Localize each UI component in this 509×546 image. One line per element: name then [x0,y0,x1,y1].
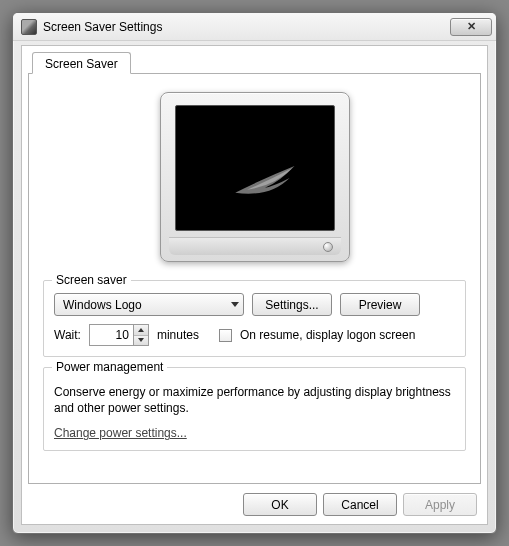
resume-label: On resume, display logon screen [240,328,415,342]
triangle-down-icon [138,338,144,342]
dialog-window: Screen Saver Settings ✕ Screen Saver [12,12,497,534]
wait-spin-up[interactable] [134,325,148,336]
change-power-settings-link[interactable]: Change power settings... [54,426,187,440]
cancel-button[interactable]: Cancel [323,493,397,516]
tab-screen-saver[interactable]: Screen Saver [32,52,131,74]
power-description: Conserve energy or maximize performance … [54,384,455,416]
preview-monitor-wrap [43,92,466,262]
power-group: Power management Conserve energy or maxi… [43,367,466,451]
triangle-up-icon [138,328,144,332]
screensaver-combo[interactable]: Windows Logo [54,293,244,316]
ok-button-label: OK [271,498,288,512]
preview-button-label: Preview [359,298,402,312]
wait-spinner [89,324,149,346]
wait-label: Wait: [54,328,81,342]
windows-logo-icon [176,106,334,230]
screensaver-group-title: Screen saver [52,273,131,287]
apply-button[interactable]: Apply [403,493,477,516]
wait-spin-down[interactable] [134,336,148,346]
client-area: Screen Saver [21,45,488,525]
monitor-chin [169,237,341,255]
wait-spin-buttons [133,324,149,346]
dialog-button-row: OK Cancel Apply [243,493,477,516]
monitor-power-icon [323,242,333,252]
settings-button[interactable]: Settings... [252,293,332,316]
screensaver-group: Screen saver Windows Logo Settings... Pr… [43,280,466,357]
wait-input[interactable] [89,324,133,346]
close-button[interactable]: ✕ [450,18,492,36]
apply-button-label: Apply [425,498,455,512]
titlebar[interactable]: Screen Saver Settings ✕ [13,13,496,41]
resume-checkbox[interactable] [219,329,232,342]
close-icon: ✕ [467,20,476,33]
preview-button[interactable]: Preview [340,293,420,316]
svg-rect-0 [176,109,334,228]
chevron-down-icon [231,302,239,307]
tab-panel: Screen saver Windows Logo Settings... Pr… [28,73,481,484]
screensaver-combo-value: Windows Logo [63,298,231,312]
settings-button-label: Settings... [265,298,318,312]
app-icon [21,19,37,35]
cancel-button-label: Cancel [341,498,378,512]
wait-unit: minutes [157,328,199,342]
tab-strip: Screen Saver [32,52,131,74]
preview-screen [175,105,335,231]
power-group-title: Power management [52,360,167,374]
preview-monitor [160,92,350,262]
window-title: Screen Saver Settings [43,20,450,34]
ok-button[interactable]: OK [243,493,317,516]
